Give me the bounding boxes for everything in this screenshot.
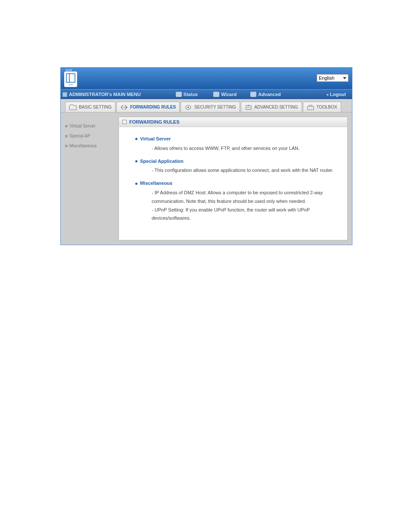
wizard-icon [213, 92, 219, 97]
panel-header: FORWARDING RULES [119, 117, 347, 127]
sidebar-item-virtual-server[interactable]: Virtual Server [61, 121, 118, 131]
section-virtual-server: Virtual Server - Allows others to access… [135, 135, 339, 153]
status-icon [176, 92, 182, 97]
content-panel: FORWARDING RULES Virtual Server - Allows… [118, 117, 348, 240]
nav-status[interactable]: Status [173, 92, 201, 97]
section-special-application: Special Application - This configuration… [135, 157, 339, 175]
security-icon [184, 104, 192, 110]
advanced-icon [250, 92, 256, 97]
toolbox-icon [307, 104, 314, 110]
sidebar: Virtual Server Special AP Miscellaneous [61, 112, 118, 245]
section-miscellaneous: Miscellaneous - IP Address of DMZ Host: … [135, 179, 339, 223]
brand-text-bottom: one [68, 83, 73, 86]
menu-icon [62, 92, 67, 97]
logout-link[interactable]: Logout [327, 92, 350, 97]
router-admin-page: level one English ADMINISTRATOR's MAIN M… [60, 67, 352, 245]
brand-logo: one [64, 72, 77, 87]
forwarding-icon [120, 104, 128, 110]
advanced-setting-icon [245, 104, 252, 110]
svg-point-1 [187, 106, 189, 108]
menu-title: ADMINISTRATOR's MAIN MENU [62, 92, 141, 97]
svg-rect-3 [308, 106, 314, 110]
top-menu-bar: ADMINISTRATOR's MAIN MENU Status Wizard … [61, 89, 352, 99]
tab-toolbox[interactable]: TOOLBOX [303, 102, 341, 112]
language-select[interactable]: English [317, 74, 349, 82]
chevron-down-icon [343, 77, 346, 79]
panel-body: Virtual Server - Allows others to access… [119, 127, 347, 240]
tab-security-setting[interactable]: SECURITY SETTING [181, 102, 240, 112]
panel-icon [122, 120, 127, 124]
tab-forwarding-rules[interactable]: FORWARDING RULES [116, 102, 180, 112]
language-value: English [319, 75, 334, 81]
header-banner: level one English [61, 68, 352, 89]
section-tabs: BASIC SETTING FORWARDING RULES SECURITY … [61, 99, 352, 112]
nav-wizard[interactable]: Wizard [211, 92, 239, 97]
brand-text-top: level [66, 68, 72, 72]
body-area: Virtual Server Special AP Miscellaneous … [61, 112, 352, 245]
nav-advanced[interactable]: Advanced [248, 92, 283, 97]
sidebar-item-special-ap[interactable]: Special AP [61, 131, 118, 141]
tab-basic-setting[interactable]: BASIC SETTING [65, 102, 115, 112]
sidebar-item-miscellaneous[interactable]: Miscellaneous [61, 141, 118, 151]
folder-icon [69, 104, 77, 110]
tab-advanced-setting[interactable]: ADVANCED SETTING [241, 102, 302, 112]
